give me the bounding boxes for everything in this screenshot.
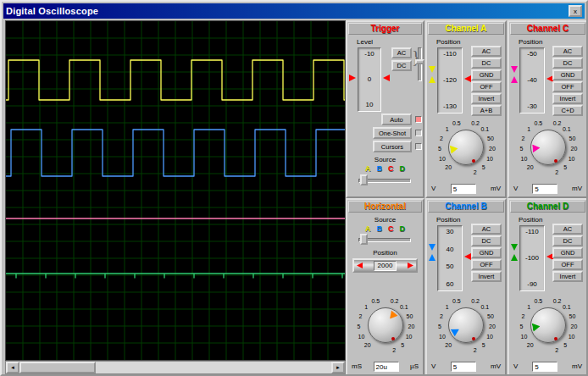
channel-a-ac-button[interactable]: AC [471,46,502,57]
channel-c-value-row: V 5 mV [513,183,582,194]
knob-scale-label: 20 [489,323,496,329]
trigger-dc-button[interactable]: DC [391,60,412,71]
channel-c-gnd-button[interactable]: GND [552,69,583,80]
scroll-right-button[interactable]: ► [331,362,345,373]
channel-b-value-row: V 5 mV [431,361,501,372]
horizontal-panel: Horizontal Source ABCD Position 2000 201… [346,198,424,376]
trigger-ac-button[interactable]: AC [391,47,412,58]
channel-b-dc-button[interactable]: DC [471,235,502,246]
position-increment-arrow[interactable] [408,263,413,268]
channel-a-dc-button[interactable]: DC [471,58,502,69]
trigger-level-indicator-right [383,75,390,81]
channel-a-volts-knob[interactable]: 20105210.50.20.150201052 [429,115,503,180]
position-value-label: -40 [527,77,537,84]
knob-scale-label: 10 [358,334,364,340]
channel-c-volts-knob[interactable]: 20105210.50.20.150201052 [511,115,585,180]
horizontal-scrollbar[interactable]: ◄ ► [5,361,346,374]
trigger-source-thumb[interactable] [360,174,368,185]
channel-d-position-slider[interactable]: -110-100-90 [519,225,545,291]
position-value-label: 40 [447,246,454,253]
trigger-slope-thumb[interactable] [415,59,424,64]
scroll-left-button[interactable]: ◄ [6,362,19,373]
channel-a-off-button[interactable]: OFF [471,81,502,92]
channel-b-off-button[interactable]: OFF [471,259,502,270]
channel-d-volts-knob[interactable]: 20105210.50.20.150201052 [511,293,585,357]
trigger-cursors-button[interactable]: Cursors [373,141,412,152]
channel-b-position-up-arrow[interactable] [429,254,435,261]
channel-a-gnd-button[interactable]: GND [471,69,502,80]
channel-b-position-slider[interactable]: 30405060 [437,225,463,291]
position-decrement-arrow[interactable] [357,263,363,268]
scrollbar-track[interactable] [19,362,331,373]
channel-b-invert-button[interactable]: Invert [471,271,502,282]
channel-b-gnd-button[interactable]: GND [471,247,502,258]
source-channel-letter: D [400,224,406,233]
horizontal-value-row: mS 20u µS [352,361,419,372]
channel-d-panel: Channel D Position -110-100-90 AC DC GND… [508,198,588,376]
knob-scale-label: 10 [520,156,527,162]
channel-d-invert-button[interactable]: Invert [552,271,583,282]
close-button[interactable]: x [569,5,582,17]
knob-scale-label: 5 [520,146,524,152]
channel-c-off-button[interactable]: OFF [552,81,583,92]
knob-scale-label: 1 [446,304,449,310]
trigger-slope-track [418,47,422,81]
trigger-auto-led [415,116,422,123]
channel-d-ac-button[interactable]: AC [552,224,583,235]
knob-face[interactable] [368,307,403,343]
position-value-label: -110 [525,229,538,235]
horizontal-position-label: Position [347,249,423,257]
position-value-label: -130 [443,103,457,110]
channel-a-position-slider[interactable]: -110-120-130 [437,47,463,113]
trigger-slope-slider[interactable] [416,47,424,81]
channel-a-position-down-arrow[interactable] [429,66,435,73]
channel-d-position-up-arrow[interactable] [511,254,518,261]
channel-a-position-up-arrow[interactable] [429,76,435,83]
horizontal-source-thumb[interactable] [360,234,368,245]
channel-d-position-label: Position [519,216,542,224]
channel-c-position-down-arrow[interactable] [511,66,518,73]
channel-b-position-down-arrow[interactable] [429,244,435,251]
channel-c-position-slider[interactable]: -50-40-30 [519,47,545,113]
horizontal-timebase-knob[interactable]: 20105210.50.20.150201052 [348,293,423,357]
knob-scale-label: 20 [445,342,452,348]
trigger-auto-button[interactable]: Auto [381,113,412,125]
knob-scale-label: 5 [401,342,404,348]
horizontal-position-display[interactable]: 2000 [352,258,418,273]
trigger-panel-title: Trigger [348,23,422,35]
horizontal-source-slider[interactable] [358,234,411,246]
channel-d-panel-title: Channel D [510,201,585,213]
channel-b-volts-knob[interactable]: 20105210.50.20.150201052 [429,293,503,357]
knob-scale-label: 20 [527,342,534,348]
horizontal-panel-title: Horizontal [348,201,422,213]
knob-scale-label: 50 [569,312,576,318]
channel-a-invert-button[interactable]: Invert [471,93,502,104]
trigger-one-shot-button[interactable]: One-Shot [373,127,412,139]
position-value-label: -90 [527,281,537,288]
channel-d-position-down-arrow[interactable] [511,244,518,251]
channel-c-ac-button[interactable]: AC [552,46,583,57]
channel-d-value-box: 5 [532,362,557,372]
channel-d-off-button[interactable]: OFF [552,259,583,270]
scrollbar-thumb[interactable] [19,362,96,373]
knob-face[interactable] [448,307,484,343]
position-value-label: -10 [364,51,374,58]
knob-scale-label: 2 [474,347,477,353]
knob-scale-label: 0.1 [400,304,408,310]
channel-b-ac-button[interactable]: AC [471,224,502,235]
channel-d-gnd-button[interactable]: GND [552,247,583,258]
position-value-label: 0 [368,76,371,83]
trigger-source-slider[interactable] [358,174,411,186]
channel-c-invert-button[interactable]: Invert [552,93,583,104]
title-bar[interactable]: Digital Oscilloscope x [3,3,585,19]
channel-c-buttons: AC DC GND OFF Invert C+D [552,46,583,117]
channel-d-dc-button[interactable]: DC [552,235,583,246]
trigger-level-slider[interactable]: -10010 [358,47,381,112]
source-channel-letter: B [377,224,383,233]
knob-scale-label: 20 [571,146,578,152]
knob-scale-label: 2 [522,135,525,141]
position-value-label: 30 [447,229,454,235]
horizontal-source-label: Source [347,216,423,224]
channel-c-dc-button[interactable]: DC [552,58,583,69]
channel-c-position-up-arrow[interactable] [511,76,518,83]
